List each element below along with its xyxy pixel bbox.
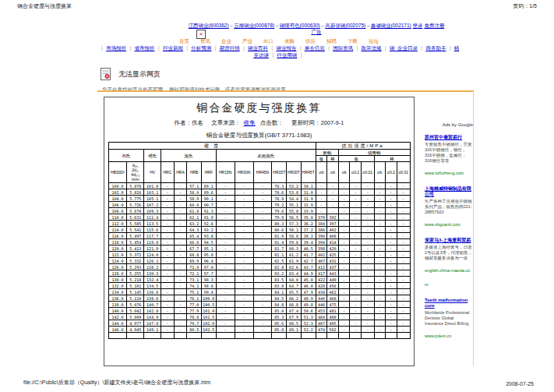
nav-secondary-link[interactable]: 铜_企业目录: [390, 45, 418, 51]
table-cell: 46.8: [301, 283, 316, 289]
nav-primary-link[interactable]: 供应: [305, 38, 316, 44]
table-cell: -: [397, 264, 410, 270]
ad-url-link[interactable]: english.china-maeda.com: [425, 268, 470, 287]
table-cell: -: [397, 308, 410, 314]
table-row: 144.04.977147.0--79.7102.0---85.668.552.…: [108, 320, 410, 327]
table-cell: -: [235, 252, 253, 258]
account-link[interactable]: 登录: [413, 23, 423, 28]
table-cell: 90.1: [202, 196, 217, 202]
table-cell: 53.8: [287, 189, 302, 196]
nav-secondary-link[interactable]: 行业用铜: [277, 52, 297, 58]
table-cell: -: [350, 327, 362, 333]
nav-secondary-link[interactable]: 省市报价: [135, 45, 155, 51]
table-cell: -: [316, 183, 327, 189]
nav-primary-link[interactable]: 企业: [221, 38, 231, 44]
table-cell: 108.0: [108, 208, 127, 214]
table-cell: [316, 333, 327, 339]
ad-url-link[interactable]: www.jrdent.cn: [425, 334, 451, 338]
table-cell: -: [361, 302, 374, 308]
table-cell: -: [216, 202, 235, 208]
table-cell: -: [327, 189, 339, 196]
account-link[interactable]: 广告: [312, 29, 322, 34]
stock-link[interactable]: 高新张铜(002075): [325, 23, 365, 28]
table-cell: -: [253, 295, 272, 302]
table-cell: -: [350, 264, 362, 270]
stock-link[interactable]: 鑫诚铜业(002171): [371, 23, 411, 28]
nav-primary-link[interactable]: 首页: [179, 38, 189, 44]
nav-secondary-link[interactable]: 展会信息: [305, 45, 325, 51]
table-cell: 97.7: [202, 270, 217, 277]
ad-url-link[interactable]: www.shguanti.com: [425, 222, 460, 227]
table-cell: -: [174, 289, 187, 295]
table-cell: 462: [327, 289, 339, 295]
table-cell: -: [374, 233, 386, 239]
table-cell: 89.1: [202, 183, 217, 189]
table-cell: 130.3: [144, 270, 161, 277]
nav-separator: ｜: [326, 45, 331, 51]
nav-secondary-link[interactable]: 行业新闻: [163, 45, 183, 51]
ads-sidebar: Ads by Google 苏州官中泰贸易行专营销售不锈钢丝，主营316不锈钢丝…: [425, 122, 473, 349]
byline-source-link[interactable]: 收集: [244, 119, 256, 126]
nav-primary-link[interactable]: 产业: [242, 38, 252, 44]
table-cell: -: [374, 227, 386, 233]
table-row: 120.05.413121.9--67.795.1---81.760.340.5…: [108, 245, 410, 252]
stock-link[interactable]: 江西铜业(600362): [189, 23, 229, 28]
table-cell: -: [361, 196, 374, 202]
table-cell: 91.3: [202, 208, 217, 214]
nav-primary-link[interactable]: 求购: [284, 38, 295, 44]
nav-secondary-link[interactable]: 期货行情: [220, 45, 240, 51]
ad-title-link[interactable]: 上海精威特钢制品有限公司: [425, 186, 473, 197]
ad-title-link[interactable]: 苏州官中泰贸易行: [425, 135, 473, 140]
stock-link[interactable]: 铜陵有色(000630): [280, 23, 320, 28]
table-cell: 5.218: [127, 277, 144, 283]
table-cell: -: [235, 277, 253, 283]
nav-secondary-link[interactable]: 政策法规: [362, 45, 382, 51]
table-cell: 126.0: [108, 264, 127, 270]
nav-primary-link[interactable]: 论坛: [369, 38, 379, 44]
nav-secondary-link[interactable]: 分析预测: [191, 45, 211, 51]
nav-secondary-link[interactable]: 国际资讯: [333, 45, 353, 51]
stock-link[interactable]: 云南铜业(000878): [234, 23, 274, 28]
table-cell: -: [174, 277, 187, 283]
table-cell: 5.775: [127, 196, 144, 202]
nav-primary-link[interactable]: 招聘: [326, 38, 337, 44]
nav-secondary-link[interactable]: 市场报价: [106, 45, 126, 51]
table-cell: -: [174, 314, 187, 320]
nav-secondary-link[interactable]: 铜业报告: [276, 45, 296, 51]
account-link[interactable]: 免费注册: [424, 23, 444, 28]
nav-primary-link[interactable]: 下载: [348, 38, 358, 44]
column-header: HRA: [174, 162, 187, 183]
table-cell: 79.7: [187, 320, 202, 327]
table-cell: 81.7: [272, 245, 287, 252]
table-cell: 4.977: [127, 320, 144, 327]
table-cell: 61.9: [287, 258, 302, 264]
table-cell: -: [174, 245, 187, 252]
table-cell: 468: [327, 295, 339, 302]
print-footer-date: 2008-07-25: [506, 381, 534, 387]
table-cell: [327, 333, 339, 339]
ad-title-link[interactable]: 笨家马3-上海景和贸易: [425, 238, 473, 243]
ad-title-link[interactable]: Teeth malformation cure: [425, 298, 473, 309]
column-header: HR30N: [235, 162, 253, 183]
table-cell: -: [386, 264, 397, 270]
nav-secondary-link[interactable]: 商务助手: [425, 45, 446, 51]
table-cell: -: [216, 277, 235, 283]
nav-primary-link[interactable]: 资讯: [200, 38, 210, 44]
table-cell: 107.2: [144, 202, 161, 208]
table-cell: 58.0: [187, 189, 202, 196]
table-cell: 73.1: [187, 277, 202, 283]
byline-updated: 更新时间：2007-9-1: [291, 119, 344, 126]
table-cell: 425: [327, 252, 339, 258]
table-cell: -: [397, 283, 410, 289]
table-cell: -: [361, 189, 374, 196]
ad-url-link[interactable]: www.szfuzheng.com: [425, 171, 464, 175]
nav-primary-link[interactable]: 出口: [263, 38, 273, 44]
table-cell: 32.9: [301, 202, 316, 208]
table-cell: -: [374, 208, 386, 214]
table-cell: -: [235, 245, 253, 252]
table-cell: -: [161, 196, 175, 202]
nav-secondary-link[interactable]: 铜业百科: [248, 45, 268, 51]
table-cell: 5.293: [127, 264, 144, 270]
table-cell: -: [253, 277, 272, 283]
table-cell: -: [350, 295, 362, 302]
